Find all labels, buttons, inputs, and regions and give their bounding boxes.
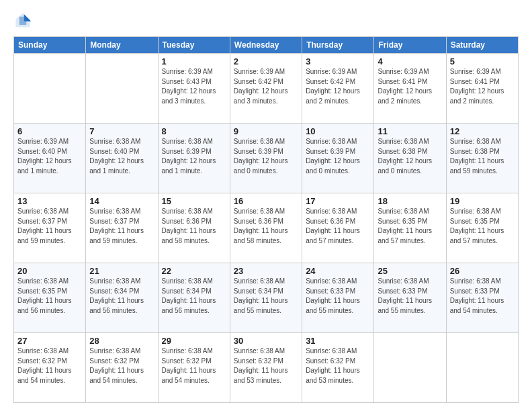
day-number: 20 — [17, 266, 82, 276]
day-cell: 27Sunrise: 6:38 AM Sunset: 6:32 PM Dayli… — [14, 333, 86, 403]
day-cell: 29Sunrise: 6:38 AM Sunset: 6:32 PM Dayli… — [158, 333, 230, 403]
day-cell: 2Sunrise: 6:39 AM Sunset: 6:42 PM Daylig… — [230, 54, 302, 124]
day-number: 30 — [234, 336, 298, 346]
day-cell: 26Sunrise: 6:38 AM Sunset: 6:33 PM Dayli… — [446, 263, 518, 333]
day-number: 18 — [378, 196, 442, 206]
day-number: 17 — [306, 196, 370, 206]
weekday-header-sunday: Sunday — [14, 37, 86, 54]
day-cell: 22Sunrise: 6:38 AM Sunset: 6:34 PM Dayli… — [158, 263, 230, 333]
day-cell: 7Sunrise: 6:38 AM Sunset: 6:40 PM Daylig… — [86, 124, 158, 193]
day-cell: 4Sunrise: 6:39 AM Sunset: 6:41 PM Daylig… — [374, 54, 446, 124]
day-cell: 3Sunrise: 6:39 AM Sunset: 6:42 PM Daylig… — [302, 54, 374, 124]
day-cell — [86, 54, 158, 124]
day-cell: 17Sunrise: 6:38 AM Sunset: 6:36 PM Dayli… — [302, 193, 374, 263]
day-cell: 11Sunrise: 6:38 AM Sunset: 6:38 PM Dayli… — [374, 124, 446, 193]
day-info: Sunrise: 6:38 AM Sunset: 6:37 PM Dayligh… — [17, 207, 82, 246]
day-info: Sunrise: 6:38 AM Sunset: 6:36 PM Dayligh… — [162, 207, 226, 246]
day-info: Sunrise: 6:38 AM Sunset: 6:33 PM Dayligh… — [378, 277, 442, 316]
day-info: Sunrise: 6:38 AM Sunset: 6:34 PM Dayligh… — [234, 277, 298, 316]
day-number: 29 — [162, 336, 226, 346]
day-info: Sunrise: 6:38 AM Sunset: 6:39 PM Dayligh… — [306, 137, 370, 176]
day-info: Sunrise: 6:38 AM Sunset: 6:38 PM Dayligh… — [450, 137, 515, 176]
day-number: 13 — [17, 196, 82, 206]
header — [13, 11, 519, 30]
day-cell: 21Sunrise: 6:38 AM Sunset: 6:34 PM Dayli… — [86, 263, 158, 333]
weekday-header-tuesday: Tuesday — [158, 37, 230, 54]
day-number: 11 — [378, 126, 442, 136]
day-cell — [14, 54, 86, 124]
day-number: 28 — [89, 336, 154, 346]
day-number: 23 — [234, 266, 298, 276]
day-number: 24 — [306, 266, 370, 276]
calendar-table: SundayMondayTuesdayWednesdayThursdayFrid… — [13, 36, 519, 403]
week-row-4: 20Sunrise: 6:38 AM Sunset: 6:35 PM Dayli… — [14, 263, 519, 333]
day-info: Sunrise: 6:38 AM Sunset: 6:35 PM Dayligh… — [378, 207, 442, 246]
day-number: 15 — [162, 196, 226, 206]
weekday-header-wednesday: Wednesday — [230, 37, 302, 54]
day-cell: 15Sunrise: 6:38 AM Sunset: 6:36 PM Dayli… — [158, 193, 230, 263]
day-cell: 13Sunrise: 6:38 AM Sunset: 6:37 PM Dayli… — [14, 193, 86, 263]
day-cell — [446, 333, 518, 403]
day-info: Sunrise: 6:38 AM Sunset: 6:36 PM Dayligh… — [234, 207, 298, 246]
day-number: 8 — [162, 126, 226, 136]
day-cell: 20Sunrise: 6:38 AM Sunset: 6:35 PM Dayli… — [14, 263, 86, 333]
day-cell: 31Sunrise: 6:38 AM Sunset: 6:32 PM Dayli… — [302, 333, 374, 403]
day-cell: 30Sunrise: 6:38 AM Sunset: 6:32 PM Dayli… — [230, 333, 302, 403]
week-row-2: 6Sunrise: 6:39 AM Sunset: 6:40 PM Daylig… — [14, 124, 519, 193]
day-number: 25 — [378, 266, 442, 276]
day-number: 2 — [234, 56, 298, 66]
day-number: 27 — [17, 336, 82, 346]
day-info: Sunrise: 6:38 AM Sunset: 6:32 PM Dayligh… — [89, 347, 154, 385]
day-number: 19 — [450, 196, 515, 206]
weekday-header-thursday: Thursday — [302, 37, 374, 54]
week-row-1: 1Sunrise: 6:39 AM Sunset: 6:43 PM Daylig… — [14, 54, 519, 124]
weekday-header-saturday: Saturday — [446, 37, 518, 54]
day-info: Sunrise: 6:39 AM Sunset: 6:41 PM Dayligh… — [450, 67, 515, 106]
day-info: Sunrise: 6:38 AM Sunset: 6:35 PM Dayligh… — [450, 207, 515, 246]
day-info: Sunrise: 6:38 AM Sunset: 6:35 PM Dayligh… — [17, 277, 82, 316]
day-number: 5 — [450, 56, 515, 66]
day-number: 10 — [306, 126, 370, 136]
day-info: Sunrise: 6:39 AM Sunset: 6:40 PM Dayligh… — [17, 137, 82, 176]
weekday-header-monday: Monday — [86, 37, 158, 54]
day-cell: 28Sunrise: 6:38 AM Sunset: 6:32 PM Dayli… — [86, 333, 158, 403]
day-number: 16 — [234, 196, 298, 206]
weekday-header-row: SundayMondayTuesdayWednesdayThursdayFrid… — [14, 37, 519, 54]
day-number: 31 — [306, 336, 370, 346]
day-info: Sunrise: 6:38 AM Sunset: 6:33 PM Dayligh… — [306, 277, 370, 316]
day-number: 6 — [17, 126, 82, 136]
day-info: Sunrise: 6:38 AM Sunset: 6:34 PM Dayligh… — [162, 277, 226, 316]
day-number: 9 — [234, 126, 298, 136]
day-cell: 19Sunrise: 6:38 AM Sunset: 6:35 PM Dayli… — [446, 193, 518, 263]
week-row-5: 27Sunrise: 6:38 AM Sunset: 6:32 PM Dayli… — [14, 333, 519, 403]
day-number: 22 — [162, 266, 226, 276]
logo — [13, 11, 35, 30]
logo-icon — [13, 11, 32, 30]
day-info: Sunrise: 6:38 AM Sunset: 6:40 PM Dayligh… — [89, 137, 154, 176]
week-row-3: 13Sunrise: 6:38 AM Sunset: 6:37 PM Dayli… — [14, 193, 519, 263]
page: SundayMondayTuesdayWednesdayThursdayFrid… — [0, 0, 532, 411]
day-cell — [374, 333, 446, 403]
day-number: 4 — [378, 56, 442, 66]
day-cell: 6Sunrise: 6:39 AM Sunset: 6:40 PM Daylig… — [14, 124, 86, 193]
day-info: Sunrise: 6:38 AM Sunset: 6:32 PM Dayligh… — [17, 347, 82, 385]
day-cell: 9Sunrise: 6:38 AM Sunset: 6:39 PM Daylig… — [230, 124, 302, 193]
day-cell: 16Sunrise: 6:38 AM Sunset: 6:36 PM Dayli… — [230, 193, 302, 263]
day-cell: 25Sunrise: 6:38 AM Sunset: 6:33 PM Dayli… — [374, 263, 446, 333]
day-number: 12 — [450, 126, 515, 136]
day-number: 21 — [89, 266, 154, 276]
weekday-header-friday: Friday — [374, 37, 446, 54]
day-info: Sunrise: 6:38 AM Sunset: 6:32 PM Dayligh… — [162, 347, 226, 385]
day-cell: 10Sunrise: 6:38 AM Sunset: 6:39 PM Dayli… — [302, 124, 374, 193]
day-info: Sunrise: 6:38 AM Sunset: 6:39 PM Dayligh… — [162, 137, 226, 176]
day-cell: 8Sunrise: 6:38 AM Sunset: 6:39 PM Daylig… — [158, 124, 230, 193]
day-cell: 14Sunrise: 6:38 AM Sunset: 6:37 PM Dayli… — [86, 193, 158, 263]
day-info: Sunrise: 6:39 AM Sunset: 6:42 PM Dayligh… — [234, 67, 298, 106]
day-number: 1 — [162, 56, 226, 66]
day-info: Sunrise: 6:38 AM Sunset: 6:36 PM Dayligh… — [306, 207, 370, 246]
day-cell: 23Sunrise: 6:38 AM Sunset: 6:34 PM Dayli… — [230, 263, 302, 333]
day-info: Sunrise: 6:38 AM Sunset: 6:37 PM Dayligh… — [89, 207, 154, 246]
day-info: Sunrise: 6:38 AM Sunset: 6:32 PM Dayligh… — [306, 347, 370, 385]
day-number: 14 — [89, 196, 154, 206]
day-number: 3 — [306, 56, 370, 66]
